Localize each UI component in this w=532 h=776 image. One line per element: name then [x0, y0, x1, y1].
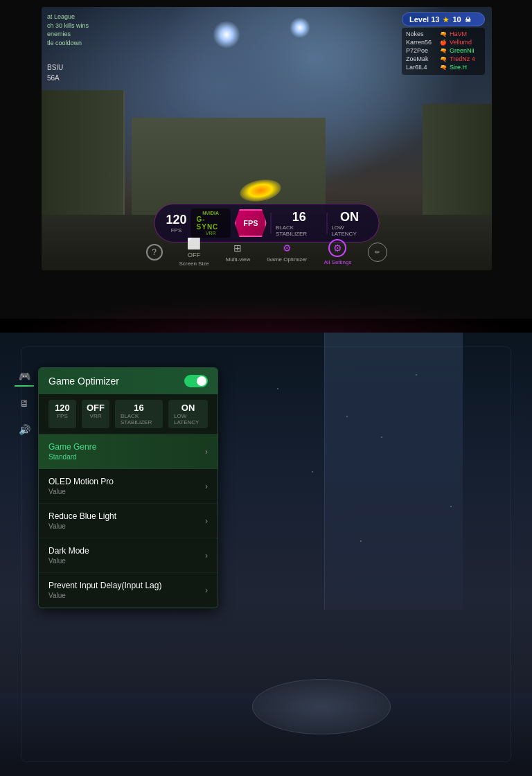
- chevron-right-icon: ›: [205, 585, 208, 595]
- panel-stat-vrr: OFF VRR: [82, 400, 109, 428]
- panel-black-stab-value: 16: [134, 403, 143, 413]
- all-settings-label: All Settings: [323, 259, 351, 265]
- edit-button[interactable]: ✏: [368, 242, 387, 262]
- panel-fps-label: FPS: [57, 413, 68, 419]
- menu-item-input-lag[interactable]: Prevent Input Delay(Input Lag) Value ›: [39, 573, 218, 608]
- menu-item-oled-motion[interactable]: OLED Motion Pro Value ›: [39, 469, 218, 504]
- particle: [312, 471, 313, 473]
- menu-item-dark-mode-value: Value: [48, 557, 89, 565]
- menu-item-dark-mode-title: Dark Mode: [48, 546, 89, 556]
- menu-item-dark-mode-text: Dark Mode Value: [48, 546, 89, 565]
- panel-low-latency-value: ON: [181, 403, 195, 413]
- reduce-blue-light-value: Value: [48, 522, 116, 530]
- circular-platform: [252, 679, 391, 734]
- pencil-icon: ✏: [368, 242, 387, 262]
- player-row: Lar6IL4 🔫 Sire.H: [406, 64, 481, 71]
- hud-top-left: at League ch 30 kills wins enemies tle c…: [47, 12, 89, 47]
- sidebar-display-icon[interactable]: 🖥: [15, 394, 34, 413]
- reduce-blue-light-text: Reduce Blue Light Value: [48, 511, 116, 530]
- low-latency-label: Low Latency: [331, 224, 367, 237]
- panel-vrr-value: OFF: [87, 403, 105, 413]
- multiview-label: Multi-view: [226, 256, 251, 263]
- player-score-4: TredNz 4: [450, 55, 481, 62]
- building-right: [423, 104, 492, 215]
- menu-item-oled-motion-text: OLED Motion Pro Value: [48, 477, 114, 495]
- chevron-right-icon: ›: [205, 482, 208, 491]
- panel-vrr-label: VRR: [90, 413, 102, 419]
- hud-top-right: Level 13 ★ 10 ☠ Nokes 🔫 HaVM Karren56 🍎 …: [402, 12, 485, 75]
- player-score-5: Sire.H: [450, 64, 481, 71]
- screen-size-button[interactable]: ⬜ OFF Screen Size: [179, 237, 209, 267]
- player-weapon-3: 🔫: [440, 48, 447, 54]
- hud-league-text: at League ch 30 kills wins enemies tle c…: [47, 12, 89, 47]
- hud-score-text: BSIU 56A: [47, 62, 63, 83]
- menu-item-input-lag-title: Prevent Input Delay(Input Lag): [48, 581, 161, 590]
- panel-menu: Game Genre Standard › OLED Motion Pro Va…: [39, 434, 218, 608]
- gsync-brand: NVIDIA: [202, 211, 219, 215]
- low-latency-stat: ON Low Latency: [331, 210, 367, 237]
- menu-item-game-genre[interactable]: Game Genre Standard ›: [39, 434, 218, 469]
- game-screenshot-top: at League ch 30 kills wins enemies tle c…: [42, 7, 492, 270]
- stat-divider-1: [271, 213, 272, 233]
- panel-title: Game Optimizer: [48, 376, 119, 387]
- menu-item-reduce-blue-light[interactable]: Reduce Blue Light Value ›: [39, 504, 218, 538]
- particle: [381, 436, 382, 438]
- particle: [416, 374, 417, 376]
- player-row: Nokes 🔫 HaVM: [406, 30, 481, 37]
- menu-item-oled-motion-title: OLED Motion Pro: [48, 477, 114, 486]
- menu-item-input-lag-value: Value: [48, 592, 161, 599]
- player-weapon-5: 🔫: [440, 64, 447, 71]
- particle: [450, 506, 452, 507]
- panel-stat-low-latency: ON Low Latency: [168, 400, 208, 428]
- top-section: at League ch 30 kills wins enemies tle c…: [0, 0, 532, 319]
- help-button[interactable]: ?: [146, 244, 163, 261]
- optimizer-panel: Game Optimizer 120 FPS OFF VRR 16 Black …: [38, 367, 218, 608]
- skull-icon: ☠: [465, 16, 471, 24]
- fps-value: 120: [166, 213, 187, 227]
- player-list: Nokes 🔫 HaVM Karren56 🍎 Vellumd P72Poe 🔫…: [402, 28, 485, 75]
- player-weapon-2: 🍎: [440, 39, 447, 46]
- panel-stat-black-stab: 16 Black Stabilizer: [115, 400, 163, 428]
- particle: [346, 416, 348, 417]
- toggle-switch[interactable]: [184, 375, 208, 387]
- bottom-section: 🎮 🖥 🔊 Game Optimizer 120 FPS OFF VRR 16 …: [0, 333, 532, 776]
- sidebar-sound-icon[interactable]: 🔊: [15, 420, 34, 439]
- fps-mode-text: FPS: [243, 219, 258, 227]
- low-latency-value: ON: [340, 210, 359, 224]
- gsync-sub: VRR: [206, 231, 216, 236]
- particle: [277, 388, 278, 389]
- player-name-1: Nokes: [406, 30, 437, 37]
- all-settings-button[interactable]: ⚙ All Settings: [323, 239, 351, 265]
- light-spot-1: [213, 21, 240, 48]
- panel-stats: 120 FPS OFF VRR 16 Black Stabilizer ON L…: [39, 394, 218, 434]
- star-count: 10: [452, 15, 461, 24]
- menu-item-game-genre-value: Standard: [48, 453, 96, 461]
- fps-stat: 120 FPS: [166, 213, 187, 233]
- panel-low-latency-label: Low Latency: [174, 413, 202, 425]
- hud-left-score: BSIU 56A: [47, 62, 63, 83]
- player-name-4: ZoeMak: [406, 55, 437, 62]
- building-left: [42, 90, 125, 215]
- black-stabilizer-label: Black Stabilizer: [276, 224, 323, 237]
- level-badge: Level 13 ★ 10 ☠: [402, 12, 485, 26]
- player-name-2: Karren56: [406, 39, 437, 46]
- chevron-right-icon: ›: [205, 551, 208, 561]
- reduce-blue-light-title: Reduce Blue Light: [48, 511, 116, 521]
- black-stabilizer-value: 16: [292, 210, 306, 224]
- game-optimizer-button[interactable]: ⚙ Game Optimizer: [267, 242, 307, 263]
- chevron-right-icon: ›: [205, 516, 208, 526]
- multiview-button[interactable]: ⊞ Multi-view: [226, 242, 251, 263]
- panel-header: Game Optimizer: [39, 368, 218, 394]
- player-name-3: P72Poe: [406, 47, 437, 54]
- level-text: Level 13: [409, 15, 439, 24]
- sidebar-gamepad-icon[interactable]: 🎮: [15, 367, 34, 387]
- menu-item-input-lag-text: Prevent Input Delay(Input Lag) Value: [48, 581, 161, 599]
- player-score-2: Vellumd: [450, 39, 481, 46]
- player-row: Karren56 🍎 Vellumd: [406, 39, 481, 46]
- fps-mode-badge: FPS: [235, 209, 267, 237]
- menu-item-dark-mode[interactable]: Dark Mode Value ›: [39, 538, 218, 573]
- toolbar-top: ? ⬜ OFF Screen Size ⊞ Multi-view ⚙ Game …: [94, 237, 440, 267]
- menu-item-game-genre-text: Game Genre Standard: [48, 442, 96, 461]
- building-mid: [132, 118, 326, 215]
- player-name-5: Lar6IL4: [406, 64, 437, 71]
